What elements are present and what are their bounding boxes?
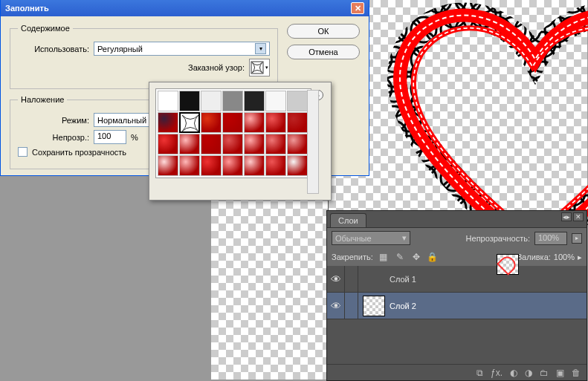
blend-mode-select[interactable]: Обычные▾ (332, 231, 410, 245)
layer-list: 👁 Слой 1 👁 Слой 2 (327, 266, 587, 319)
pattern-swatch[interactable] (201, 112, 222, 133)
pattern-swatch[interactable] (158, 112, 178, 133)
pattern-picker-popup: ▸ (149, 82, 332, 201)
lock-position-icon[interactable]: ✥ (410, 251, 422, 263)
chevron-down-icon: ▾ (255, 43, 266, 54)
fx-icon[interactable]: ƒx. (491, 368, 503, 378)
new-layer-icon[interactable]: ▣ (556, 368, 564, 378)
pattern-swatch[interactable] (265, 91, 286, 111)
pattern-swatch[interactable] (265, 112, 286, 133)
dialog-title-text: Заполнить (5, 4, 49, 13)
pattern-swatch[interactable] (244, 91, 265, 111)
layer-row[interactable]: 👁 Слой 1 (327, 266, 587, 293)
mask-icon[interactable]: ◐ (510, 368, 517, 378)
lock-pixels-icon[interactable]: ✎ (394, 251, 406, 263)
layer-row[interactable]: 👁 Слой 2 (327, 293, 587, 319)
layer-fill-input[interactable]: 100% (554, 253, 575, 261)
use-value: Регулярный (97, 45, 143, 53)
pattern-swatch[interactable] (222, 134, 243, 154)
layer-thumbnail[interactable] (363, 296, 385, 316)
chevron-down-icon: ▾ (265, 65, 268, 71)
overlay-legend: Наложение (18, 95, 67, 104)
pattern-swatch[interactable] (201, 91, 222, 111)
panel-menu-icon[interactable]: ▸ (572, 233, 582, 244)
ok-button[interactable]: ОК (287, 24, 360, 39)
lock-transparency-icon[interactable]: ▦ (378, 251, 390, 263)
link-column (345, 266, 358, 292)
cancel-button[interactable]: Отмена (287, 45, 360, 59)
pattern-swatch[interactable] (265, 134, 286, 154)
link-column (345, 293, 358, 319)
visibility-eye-icon[interactable]: 👁 (327, 293, 345, 319)
chevron-right-icon[interactable]: ▸ (578, 253, 582, 262)
pattern-swatch[interactable] (244, 112, 265, 133)
pattern-swatch[interactable] (179, 155, 200, 176)
layer-name[interactable]: Слой 2 (390, 302, 416, 310)
pattern-swatch[interactable] (158, 155, 178, 176)
use-label: Использовать: (18, 45, 89, 53)
trash-icon[interactable]: 🗑 (572, 368, 581, 378)
layer-thumbnail[interactable] (497, 254, 519, 275)
pattern-swatch[interactable] (201, 134, 222, 154)
document-canvas-left (211, 194, 330, 380)
layer-name[interactable]: Слой 1 (390, 275, 416, 284)
percent-label: % (131, 133, 138, 142)
pattern-swatch[interactable] (244, 134, 265, 154)
mode-value: Нормальный (97, 116, 146, 125)
preserve-transparency-label: Сохранить прозрачность (32, 148, 126, 157)
close-icon[interactable]: ✕ (573, 212, 584, 221)
group-icon[interactable]: 🗀 (540, 368, 549, 378)
pattern-swatch[interactable] (158, 134, 178, 154)
lock-all-icon[interactable]: 🔒 (427, 251, 439, 263)
pattern-swatch[interactable] (265, 155, 286, 176)
adjustment-icon[interactable]: ◑ (525, 368, 532, 378)
preserve-transparency-checkbox[interactable] (18, 147, 28, 157)
pattern-swatch[interactable] (222, 91, 243, 111)
custom-pattern-label: Заказной узор: (188, 63, 245, 72)
layer-opacity-input[interactable]: 100% (534, 232, 567, 245)
lock-label: Закрепить: (332, 253, 373, 261)
pattern-swatch[interactable] (244, 155, 265, 176)
use-select[interactable]: Регулярный ▾ (94, 42, 270, 56)
pattern-swatch[interactable] (179, 134, 200, 154)
pattern-swatch[interactable] (287, 134, 308, 154)
fill-label: Заливка: (517, 253, 550, 261)
pattern-swatch[interactable] (179, 91, 200, 111)
tab-layers[interactable]: Слои (330, 213, 366, 227)
chevron-down-icon: ▾ (402, 233, 407, 243)
pattern-swatch[interactable] (287, 91, 308, 111)
pattern-swatch[interactable] (179, 112, 200, 133)
layers-panel: ◂▸ ✕ Слои Обычные▾ Непрозрачность: 100% … (326, 210, 587, 381)
layers-footer: ⧉ ƒx. ◐ ◑ 🗀 ▣ 🗑 (327, 364, 587, 380)
pattern-swatch[interactable] (158, 91, 178, 111)
pattern-swatch-button[interactable]: ▾ (249, 59, 270, 76)
pattern-swatch[interactable] (201, 155, 222, 176)
close-icon[interactable]: ✕ (351, 2, 364, 14)
pattern-swatch[interactable] (287, 112, 308, 133)
minimize-icon[interactable]: ◂▸ (561, 212, 572, 221)
mode-label: Режим: (18, 116, 89, 125)
content-legend: Содержимое (18, 24, 73, 33)
link-layers-icon[interactable]: ⧉ (476, 368, 483, 378)
pattern-swatch[interactable] (222, 155, 243, 176)
pattern-swatch[interactable] (222, 112, 243, 133)
dialog-titlebar[interactable]: Заполнить ✕ (1, 0, 369, 16)
content-group: Содержимое Использовать: Регулярный ▾ За… (10, 24, 278, 89)
visibility-eye-icon[interactable]: 👁 (327, 266, 345, 292)
pattern-grid (155, 88, 311, 178)
opacity-label: Непрозр.: (18, 133, 89, 142)
pattern-swatch[interactable] (287, 155, 308, 176)
pattern-preview-icon (251, 61, 264, 74)
opacity-input[interactable]: 100 (94, 130, 126, 144)
opacity-label: Непрозрачность: (466, 234, 530, 243)
scrollbar[interactable] (307, 90, 319, 194)
